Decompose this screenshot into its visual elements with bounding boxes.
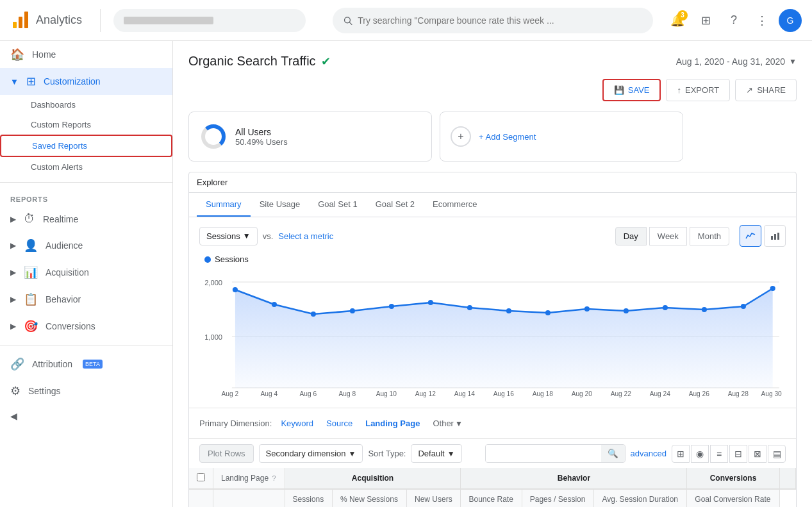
svg-rect-8 <box>774 234 776 240</box>
primary-dim-label: Primary Dimension: <box>199 419 272 428</box>
share-icon: ↗ <box>746 85 753 95</box>
more-options-button[interactable]: ⋮ <box>750 9 774 32</box>
sidebar-item-acquisition[interactable]: ▶ 📊 Acquisition <box>0 259 172 286</box>
sidebar-item-customization[interactable]: ▼ ⊞ Customization <box>0 68 172 95</box>
table-search-button[interactable]: 🔍 <box>601 445 625 462</box>
table-view-grid[interactable]: ⊞ <box>672 445 690 463</box>
reports-section-label: REPORTS <box>0 188 172 206</box>
sidebar-item-dashboards[interactable]: Dashboards <box>0 95 172 115</box>
sidebar-item-behavior[interactable]: ▶ 📋 Behavior <box>0 286 172 313</box>
y-label-1000: 1,000 <box>204 333 222 341</box>
report-title-group: Organic Search Traffic ✔ <box>188 54 331 69</box>
metric-selector[interactable]: Sessions ▼ <box>199 227 258 245</box>
segment-card-all-users[interactable]: All Users 50.49% Users <box>188 112 432 162</box>
x-label-aug18: Aug 18 <box>533 390 554 397</box>
sidebar: 🏠 Home ▼ ⊞ Customization Dashboards Cust… <box>0 41 173 507</box>
date-range-chevron: ▼ <box>789 57 797 66</box>
sidebar-item-audience[interactable]: ▶ 👤 Audience <box>0 232 172 259</box>
chart-dot-1 <box>233 287 238 292</box>
tab-site-usage[interactable]: Site Usage <box>251 193 310 217</box>
sidebar-item-conversions[interactable]: ▶ 🎯 Conversions <box>0 313 172 340</box>
sidebar-collapse-button[interactable]: ◀ <box>0 404 172 428</box>
table-view-list[interactable]: ▤ <box>768 445 786 463</box>
table-subheader-goal-conversion[interactable]: Goal Conversion Rate <box>687 489 779 507</box>
tab-goal-set-1[interactable]: Goal Set 1 <box>309 193 366 217</box>
table-header-landing-page[interactable]: Landing Page ? <box>213 468 285 489</box>
account-selector[interactable] <box>113 9 306 32</box>
date-range-picker[interactable]: Aug 1, 2020 - Aug 31, 2020 ▼ <box>676 56 797 67</box>
settings-icon: ⚙ <box>10 384 21 398</box>
avatar[interactable]: G <box>779 9 802 32</box>
select-all-checkbox[interactable] <box>197 473 205 481</box>
time-btn-week[interactable]: Week <box>649 227 687 245</box>
search-bar[interactable] <box>333 8 653 33</box>
tab-ecommerce[interactable]: Ecommerce <box>424 193 486 217</box>
advanced-link[interactable]: advanced <box>631 449 667 458</box>
table-subheader-pages-session[interactable]: Pages / Session <box>522 489 594 507</box>
conversions-icon: 🎯 <box>24 319 38 333</box>
segment-name: All Users <box>235 127 288 137</box>
notifications-button[interactable]: 🔔 3 <box>666 9 689 32</box>
landing-page-help[interactable]: ? <box>272 474 276 482</box>
acquisition-expand: ▶ <box>10 268 16 277</box>
sidebar-item-attribution[interactable]: 🔗 Attribution BETA <box>0 351 172 378</box>
tab-summary[interactable]: Summary <box>197 193 251 217</box>
time-btn-month[interactable]: Month <box>690 227 729 245</box>
sort-type-selector[interactable]: Default ▼ <box>411 444 461 463</box>
sidebar-item-saved-reports[interactable]: Saved Reports <box>0 135 172 157</box>
table-search-input[interactable] <box>486 445 601 462</box>
dim-option-landing-page[interactable]: Landing Page <box>361 416 424 431</box>
table-subheader-avg-session[interactable]: Avg. Session Duration <box>594 489 687 507</box>
save-button[interactable]: 💾 SAVE <box>602 79 661 101</box>
sidebar-customization-label: Customization <box>44 76 101 87</box>
table-wrapper: Landing Page ? Acquisition Behavior Conv… <box>189 468 796 507</box>
table-group-behavior: Behavior <box>461 468 687 489</box>
bar-chart-button[interactable] <box>764 225 786 247</box>
sidebar-divider2 <box>0 345 172 345</box>
table-view-pivot[interactable]: ⊟ <box>729 445 747 463</box>
table-subheader-new-users[interactable]: New Users <box>407 489 461 507</box>
sidebar-item-custom-alerts[interactable]: Custom Alerts <box>0 157 172 177</box>
chart-dot-9 <box>545 310 551 315</box>
share-button[interactable]: ↗ SHARE <box>735 79 797 101</box>
table-subheader-sessions[interactable]: Sessions <box>285 489 332 507</box>
audience-expand: ▶ <box>10 241 16 250</box>
table-view-pie[interactable]: ◉ <box>691 445 709 463</box>
legend-dot <box>204 256 211 263</box>
dim-option-keyword[interactable]: Keyword <box>277 416 317 431</box>
table-search-box[interactable]: 🔍 <box>485 444 626 463</box>
table-subheader-bounce-rate[interactable]: Bounce Rate <box>461 489 522 507</box>
bar-chart-icon <box>770 231 780 241</box>
chart-container: 2,000 1,000 <box>199 269 786 397</box>
sidebar-item-home[interactable]: 🏠 Home <box>0 41 172 68</box>
export-button[interactable]: ↑ EXPORT <box>666 79 730 101</box>
time-btn-day[interactable]: Day <box>615 227 647 245</box>
dim-option-other[interactable]: Other ▼ <box>429 416 466 431</box>
x-label-aug30: Aug 30 <box>761 390 783 397</box>
header-actions: Aug 1, 2020 - Aug 31, 2020 ▼ <box>676 56 797 67</box>
tab-goal-set-2[interactable]: Goal Set 2 <box>367 193 424 217</box>
y-label-2000: 2,000 <box>204 279 222 287</box>
table-view-bar[interactable]: ≡ <box>710 445 728 463</box>
dim-option-source[interactable]: Source <box>322 416 356 431</box>
add-segment-card[interactable]: + + Add Segment <box>440 112 683 162</box>
chart-dot-11 <box>624 308 629 313</box>
help-button[interactable]: ? <box>722 9 745 32</box>
metric-label: Sessions <box>206 231 240 241</box>
explorer-tabs: Summary Site Usage Goal Set 1 Goal Set 2… <box>189 193 796 217</box>
plot-rows-button[interactable]: Plot Rows <box>199 444 254 463</box>
sidebar-item-settings[interactable]: ⚙ Settings <box>0 378 172 404</box>
table-view-compare[interactable]: ⊠ <box>749 445 766 463</box>
select-metric-link[interactable]: Select a metric <box>278 231 333 241</box>
search-input[interactable] <box>358 15 643 26</box>
table-group-acquisition: Acquisition <box>285 468 461 489</box>
line-chart-icon <box>745 231 756 241</box>
sidebar-item-custom-reports[interactable]: Custom Reports <box>0 115 172 135</box>
table-group-conversions: Conversions <box>687 468 779 489</box>
line-chart-button[interactable] <box>740 225 761 247</box>
apps-button[interactable]: ⊞ <box>694 9 717 32</box>
secondary-dimension-selector[interactable]: Secondary dimension ▼ <box>259 444 363 463</box>
table-subheader-new-sessions[interactable]: % New Sessions <box>332 489 406 507</box>
chart-dot-13 <box>702 307 707 312</box>
sidebar-item-realtime[interactable]: ▶ ⏱ Realtime <box>0 206 172 232</box>
